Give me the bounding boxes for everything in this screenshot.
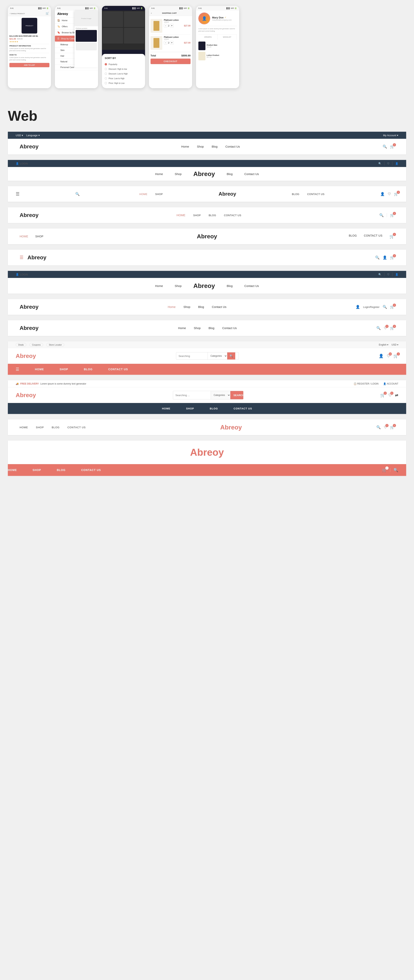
heart-icon-10[interactable]: ♡ 10 xyxy=(387,353,390,358)
cart-icon-9[interactable]: 🛒 3 xyxy=(390,326,394,330)
nav-blog-9[interactable]: Blog xyxy=(209,326,215,330)
search-btn-11[interactable]: SEARCH xyxy=(230,391,244,399)
qty-minus-2[interactable]: - xyxy=(164,41,167,45)
nav-shop-9[interactable]: Shop xyxy=(194,326,201,330)
nav-shop-8[interactable]: Shop xyxy=(183,305,190,309)
nav-home-9[interactable]: Home xyxy=(178,326,186,330)
login-btn-2[interactable]: 👤 LOGIN xyxy=(16,162,28,165)
search-icon-6[interactable]: 🔍 xyxy=(375,255,379,260)
nav-home-2[interactable]: Home xyxy=(155,172,163,176)
heart-icon-3[interactable]: ♡ xyxy=(388,192,391,196)
nav-contact-7[interactable]: Contact Us xyxy=(244,284,259,288)
search-input-11[interactable] xyxy=(173,394,211,397)
qty-minus-1[interactable]: - xyxy=(164,24,167,27)
heart-icon-7[interactable]: ♡ xyxy=(387,273,390,276)
qty-plus-2[interactable]: + xyxy=(170,41,174,45)
cart-icon-11[interactable]: 🛒 2 xyxy=(380,393,385,398)
back-btn[interactable]: ‹ SINGLE PRODUCT xyxy=(10,12,25,14)
dark-shop-11[interactable]: SHOP xyxy=(186,407,194,410)
nav-home-4[interactable]: HOME xyxy=(177,213,185,217)
user-icon-6[interactable]: 👤 xyxy=(383,255,387,260)
nav-shop-5[interactable]: SHOP xyxy=(35,235,43,238)
qty-ctrl-2[interactable]: - 2 + xyxy=(164,41,174,45)
qty-ctrl-1[interactable]: - 2 + xyxy=(164,24,174,27)
nav-blog-7[interactable]: Blog xyxy=(227,284,232,288)
footer-home-13[interactable]: HOME xyxy=(8,468,17,472)
footer-shop-13[interactable]: SHOP xyxy=(33,468,41,472)
cart-icon-1[interactable]: 🛒 xyxy=(46,12,49,15)
cart-icon-4[interactable]: 🛒 2 xyxy=(390,213,394,217)
user-icon-10[interactable]: 👤 xyxy=(379,353,384,358)
heart-icon-9[interactable]: ♡ 2 xyxy=(384,326,387,330)
nav-contact-1[interactable]: Contact Us xyxy=(225,145,240,148)
register-login-btn[interactable]: 📋 REGISTER / LOGIN xyxy=(353,382,379,385)
cart-icon-12[interactable]: 🛒 2 xyxy=(390,425,394,430)
nav-shop-1[interactable]: Shop xyxy=(197,145,204,148)
nav-blog-5[interactable]: BLOG xyxy=(349,234,357,239)
qty-plus-1[interactable]: + xyxy=(170,24,174,27)
cart-icon-1[interactable]: 🛒 2 xyxy=(390,145,394,149)
search-icon-2[interactable]: 🔍 xyxy=(378,162,381,165)
nav-shop-2[interactable]: Shop xyxy=(175,172,182,176)
nav-contact-2[interactable]: Contact Us xyxy=(244,172,259,176)
wishlist-tab[interactable]: WISHLIST xyxy=(218,35,237,40)
nav-blog-3[interactable]: BLOG xyxy=(292,192,299,196)
search-icon-7[interactable]: 🔍 xyxy=(378,273,381,276)
nav-home-8[interactable]: Home xyxy=(168,305,176,309)
nav-blog-4[interactable]: BLOG xyxy=(209,214,216,217)
english-selector[interactable]: English ▾ xyxy=(379,344,389,346)
my-account-btn[interactable]: My Account ▾ xyxy=(383,134,398,137)
search-icon-4[interactable]: 🔍 xyxy=(379,213,384,217)
nav-home-7[interactable]: Home xyxy=(155,284,163,288)
nav-contact-4[interactable]: CONTACT US xyxy=(224,214,241,217)
sort-popularity[interactable]: Popularity xyxy=(105,62,142,67)
currency-selector[interactable]: USD ▾ xyxy=(16,134,23,137)
orders-tab[interactable]: ORDERS xyxy=(198,35,218,40)
search-icon-8[interactable]: 🔍 xyxy=(383,305,387,309)
cart-icon-10[interactable]: 🛒 2 xyxy=(393,353,398,358)
salmon-contact-10[interactable]: CONTACT US xyxy=(108,368,128,371)
search-btn-10[interactable]: 🔍 xyxy=(227,352,235,360)
nav-contact-12[interactable]: CONTACT US xyxy=(67,426,86,429)
cart-icon-8[interactable]: 🛒 2 xyxy=(390,305,394,309)
nav-home-5[interactable]: HOME xyxy=(20,235,28,238)
nav-shop-3[interactable]: SHOP xyxy=(155,192,163,196)
nav-blog-8[interactable]: Blog xyxy=(198,305,204,309)
search-icon-1[interactable]: 🔍 xyxy=(383,145,387,149)
hamburger-icon-10[interactable]: ☰ xyxy=(16,367,19,372)
back-btn-4[interactable]: ‹ xyxy=(151,12,152,14)
hamburger-icon-6[interactable]: ☰ xyxy=(20,255,24,260)
heart-icon-12[interactable]: ♡ 2 xyxy=(384,425,387,430)
coupons-pill[interactable]: Coupons xyxy=(29,343,43,347)
sort-price-low[interactable]: Price: Low to High xyxy=(105,76,142,81)
nav-shop-12[interactable]: SHOP xyxy=(36,426,44,429)
checkout-btn[interactable]: CHECKOUT xyxy=(151,59,191,64)
search-icon-9[interactable]: 🔍 xyxy=(376,326,381,330)
store-locator-pill[interactable]: Store Locator xyxy=(46,343,64,347)
nav-blog-12[interactable]: BLOG xyxy=(52,426,60,429)
cart-icon-13[interactable]: 🛒 2 xyxy=(382,468,387,473)
sort-discount-low[interactable]: Discount: Low to High xyxy=(105,72,142,76)
nav-home-12[interactable]: HOME xyxy=(20,426,28,429)
sort-discount-high[interactable]: Discount: High to low xyxy=(105,67,142,72)
nav-shop-7[interactable]: Shop xyxy=(175,284,182,288)
nav-contact-3[interactable]: CONTACT US xyxy=(307,192,325,196)
heart-icon-2[interactable]: ♡ xyxy=(387,162,390,165)
salmon-shop-10[interactable]: SHOP xyxy=(60,368,68,371)
nav-shop-4[interactable]: SHOP xyxy=(193,214,201,217)
salmon-blog-10[interactable]: BLOG xyxy=(84,368,92,371)
usd-selector[interactable]: USD ▾ xyxy=(392,344,398,346)
sort-price-high[interactable]: Price: High to Low xyxy=(105,81,142,86)
login-btn-7[interactable]: 👤 LOGIN xyxy=(16,273,28,276)
add-to-list-btn[interactable]: ADD TO LIST xyxy=(10,63,49,67)
nav-contact-8[interactable]: Contact Us xyxy=(212,305,226,309)
account-btn-11[interactable]: 👤 ACCOUNT xyxy=(383,382,398,385)
nav-home-3[interactable]: HOME xyxy=(139,192,147,196)
deals-pill[interactable]: Deals xyxy=(16,343,26,347)
dark-contact-11[interactable]: CONTACT US xyxy=(234,407,252,410)
compare-icon-11[interactable]: ⇌ xyxy=(395,393,398,398)
search-input-10[interactable] xyxy=(176,355,208,358)
footer-contact-13[interactable]: CONTACT US xyxy=(81,468,101,472)
dark-blog-11[interactable]: BLOG xyxy=(210,407,218,410)
hamburger-icon-3[interactable]: ☰ xyxy=(16,191,20,197)
